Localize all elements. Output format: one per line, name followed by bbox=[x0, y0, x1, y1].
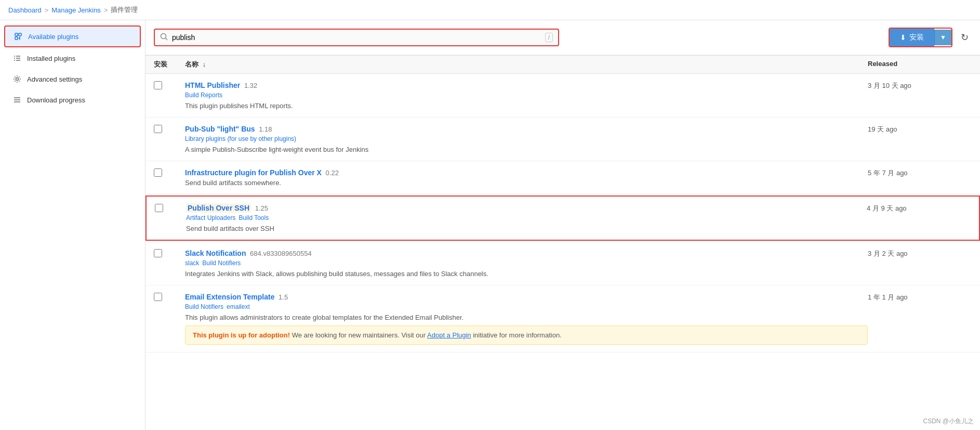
adoption-notice: This plugin is up for adoption! We are l… bbox=[185, 325, 868, 345]
checkbox-cell bbox=[154, 125, 185, 135]
plugin-desc-publish-ssh: Send build artifacts over SSH bbox=[186, 225, 867, 232]
svg-rect-0 bbox=[15, 33, 18, 36]
plugin-version-infra-publish: 0.22 bbox=[326, 169, 339, 177]
search-input-wrap: / bbox=[154, 29, 559, 46]
plugin-tag-slack[interactable]: slack bbox=[185, 259, 199, 267]
breadcrumb-sep-2: > bbox=[104, 6, 108, 14]
plugin-desc-infra-publish: Send build artifacts somewhere. bbox=[185, 179, 868, 187]
breadcrumb: Dashboard > Manage Jenkins > 插件管理 bbox=[0, 0, 980, 20]
install-button-group: ⬇ 安装 ▼ bbox=[889, 28, 952, 47]
breadcrumb-sep-1: > bbox=[45, 6, 49, 14]
checkbox-cell bbox=[155, 204, 186, 214]
adoption-bold: This plugin is up for adoption! bbox=[193, 331, 290, 339]
plugin-released-pub-sub: 19 天 ago bbox=[868, 125, 972, 134]
search-shortcut: / bbox=[545, 33, 553, 42]
plugin-tag-emailext[interactable]: emailext bbox=[227, 303, 250, 310]
table-row: Slack Notification 684.v833089650554 sla… bbox=[145, 242, 980, 285]
plugin-tag-build-notifiers[interactable]: Build Notifiers bbox=[202, 259, 241, 267]
plugin-desc-pub-sub: A simple Publish-Subscribe light-weight … bbox=[185, 146, 868, 153]
plugin-info-infra-publish: Infrastructure plugin for Publish Over X… bbox=[185, 168, 868, 187]
col-header-name[interactable]: 名称 ↓ bbox=[185, 60, 868, 69]
plugin-version-pub-sub: 1.18 bbox=[259, 125, 272, 133]
plugin-version-html-publisher: 1.32 bbox=[244, 82, 257, 89]
plugin-info-slack: Slack Notification 684.v833089650554 sla… bbox=[185, 249, 868, 278]
sidebar-item-installed-plugins[interactable]: Installed plugins bbox=[4, 48, 141, 68]
plugin-desc-email-ext: This plugin allows administrators to cre… bbox=[185, 314, 868, 321]
breadcrumb-manage-jenkins[interactable]: Manage Jenkins bbox=[51, 6, 101, 14]
adopt-plugin-link[interactable]: Adopt a Plugin bbox=[427, 331, 471, 339]
plugin-checkbox-infra-publish[interactable] bbox=[154, 168, 162, 177]
menu-icon bbox=[12, 95, 22, 105]
plugin-released-slack: 3 月 2 天 ago bbox=[868, 249, 972, 258]
sidebar-item-download-progress[interactable]: Download progress bbox=[4, 90, 141, 110]
sidebar-item-available-plugins-label: Available plugins bbox=[28, 33, 78, 41]
table-row-highlighted: Publish Over SSH 1.25 Artifact Uploaders… bbox=[145, 196, 980, 241]
plugin-name-email-ext[interactable]: Email Extension Template bbox=[185, 293, 274, 301]
checkbox-cell bbox=[154, 293, 185, 303]
refresh-button[interactable]: ↻ bbox=[958, 29, 972, 46]
plugin-tag-build-notifiers-email[interactable]: Build Notifiers bbox=[185, 303, 223, 310]
plugin-name-slack[interactable]: Slack Notification bbox=[185, 249, 246, 257]
checkbox-cell bbox=[154, 249, 185, 259]
plugin-checkbox-html-publisher[interactable] bbox=[154, 81, 162, 89]
plugin-tag-build-tools[interactable]: Build Tools bbox=[239, 214, 269, 221]
plugin-name-html-publisher[interactable]: HTML Publisher bbox=[185, 81, 240, 89]
checkbox-cell bbox=[154, 168, 185, 178]
col-header-released: Released bbox=[868, 60, 972, 69]
plugin-info-html-publisher: HTML Publisher 1.32 Build Reports This p… bbox=[185, 81, 868, 110]
plugin-released-html-publisher: 3 月 10 天 ago bbox=[868, 81, 972, 90]
plugin-desc-slack: Integrates Jenkins with Slack, allows pu… bbox=[185, 270, 868, 278]
plugin-released-email-ext: 1 年 1 月 ago bbox=[868, 293, 972, 302]
install-button[interactable]: ⬇ 安装 bbox=[890, 29, 934, 46]
svg-point-13 bbox=[161, 34, 166, 39]
install-label: 安装 bbox=[909, 33, 924, 42]
install-dropdown-button[interactable]: ▼ bbox=[934, 30, 951, 45]
footer-watermark: CSDN @小鱼儿之 bbox=[923, 417, 974, 426]
sort-icon: ↓ bbox=[203, 60, 206, 68]
plugin-checkbox-pub-sub[interactable] bbox=[154, 125, 162, 133]
plugin-tag-artifact-uploaders[interactable]: Artifact Uploaders bbox=[186, 214, 235, 221]
plugin-name-infra-publish[interactable]: Infrastructure plugin for Publish Over X bbox=[185, 168, 322, 177]
sidebar-item-available-plugins[interactable]: Available plugins bbox=[4, 25, 141, 47]
plugin-tag-build-reports[interactable]: Build Reports bbox=[185, 92, 222, 99]
svg-point-3 bbox=[14, 56, 15, 57]
plugin-checkbox-slack[interactable] bbox=[154, 249, 162, 257]
table-row: Pub-Sub "light" Bus 1.18 Library plugins… bbox=[145, 118, 980, 161]
svg-point-9 bbox=[16, 78, 19, 81]
plugin-info-pub-sub: Pub-Sub "light" Bus 1.18 Library plugins… bbox=[185, 125, 868, 153]
plugin-released-infra-publish: 5 年 7 月 ago bbox=[868, 168, 972, 178]
sidebar-item-installed-plugins-label: Installed plugins bbox=[27, 55, 75, 62]
search-bar-row: / ⬇ 安装 ▼ ↻ bbox=[145, 20, 980, 55]
plugin-info-email-ext: Email Extension Template 1.5 Build Notif… bbox=[185, 293, 868, 345]
svg-point-7 bbox=[14, 60, 15, 61]
table-row: HTML Publisher 1.32 Build Reports This p… bbox=[145, 74, 980, 118]
plugin-version-slack: 684.v833089650554 bbox=[250, 250, 312, 257]
plugin-checkbox-email-ext[interactable] bbox=[154, 293, 162, 301]
search-input[interactable] bbox=[172, 33, 541, 42]
breadcrumb-current: 插件管理 bbox=[111, 5, 138, 15]
svg-line-14 bbox=[166, 38, 168, 41]
puzzle-icon bbox=[14, 32, 23, 41]
svg-rect-1 bbox=[19, 33, 21, 36]
col-header-install: 安装 bbox=[154, 60, 185, 69]
plugin-desc-html-publisher: This plugin publishes HTML reports. bbox=[185, 102, 868, 110]
install-icon: ⬇ bbox=[900, 33, 906, 42]
plugin-name-pub-sub[interactable]: Pub-Sub "light" Bus bbox=[185, 125, 255, 133]
plugin-tag-library[interactable]: Library plugins (for use by other plugin… bbox=[185, 135, 296, 142]
plugin-version-publish-ssh: 1.25 bbox=[255, 204, 268, 212]
sidebar-item-advanced-settings[interactable]: Advanced settings bbox=[4, 69, 141, 89]
adoption-text-end: initiative for more information. bbox=[473, 331, 562, 339]
gear-icon bbox=[12, 74, 22, 84]
table-row: Infrastructure plugin for Publish Over X… bbox=[145, 161, 980, 194]
search-icon bbox=[160, 33, 168, 42]
table-header: 安装 名称 ↓ Released bbox=[145, 55, 980, 74]
svg-point-5 bbox=[14, 58, 15, 59]
table-row: Email Extension Template 1.5 Build Notif… bbox=[145, 285, 980, 353]
svg-rect-2 bbox=[15, 37, 18, 40]
plugin-name-publish-ssh[interactable]: Publish Over SSH bbox=[186, 203, 251, 213]
breadcrumb-dashboard[interactable]: Dashboard bbox=[8, 6, 42, 14]
main-content: / ⬇ 安装 ▼ ↻ 安装 名称 ↓ Released bbox=[145, 20, 980, 430]
sidebar: Available plugins Installed plugins bbox=[0, 20, 145, 430]
plugin-released-publish-ssh: 4 月 9 天 ago bbox=[867, 204, 971, 213]
plugin-checkbox-publish-ssh[interactable] bbox=[155, 204, 163, 212]
